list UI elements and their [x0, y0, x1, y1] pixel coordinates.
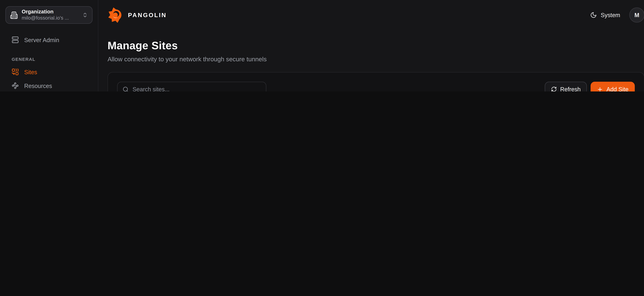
- theme-label: System: [601, 12, 620, 18]
- brand-name: PANGOLIN: [128, 12, 167, 18]
- combine-icon: [12, 68, 19, 76]
- sidebar-item-label: Sites: [24, 68, 37, 75]
- app-window: Organization milo@fossorial.io's ... Ser…: [0, 0, 644, 92]
- brand-logo: PANGOLIN: [108, 7, 167, 23]
- moon-icon: [590, 12, 597, 18]
- section-title-general: GENERAL: [12, 57, 92, 62]
- server-icon: [12, 36, 19, 44]
- organization-value: milo@fossorial.io's ...: [22, 15, 78, 22]
- sites-card: Refresh Add Site Name: [108, 72, 644, 92]
- theme-toggle-button[interactable]: System: [590, 12, 620, 18]
- refresh-icon: [551, 86, 557, 92]
- search-box: [117, 82, 266, 92]
- table-toolbar: Refresh Add Site: [117, 82, 635, 92]
- search-input[interactable]: [132, 86, 261, 92]
- organization-selector[interactable]: Organization milo@fossorial.io's ...: [6, 6, 92, 24]
- chevrons-up-down-icon: [82, 12, 88, 18]
- waypoints-icon: [12, 82, 19, 89]
- building-icon: [10, 11, 18, 19]
- pangolin-logo-icon: [108, 7, 124, 23]
- sidebar-item-server-admin[interactable]: Server Admin: [6, 33, 92, 47]
- avatar[interactable]: M: [629, 8, 644, 22]
- sidebar-item-sites[interactable]: Sites: [6, 65, 92, 79]
- page-content: Manage Sites Allow connectivity to your …: [98, 30, 644, 92]
- refresh-button[interactable]: Refresh: [545, 82, 587, 92]
- sidebar-item-label: Resources: [24, 82, 52, 89]
- sidebar-item-resources[interactable]: Resources: [6, 79, 92, 92]
- page-subtitle: Allow connectivity to your network throu…: [108, 56, 644, 62]
- plus-icon: [597, 86, 603, 92]
- organization-label: Organization: [22, 9, 78, 15]
- topbar: PANGOLIN System M: [98, 0, 644, 30]
- sidebar-item-label: Server Admin: [24, 36, 59, 43]
- search-icon: [122, 86, 129, 92]
- main-area: PANGOLIN System M Manage Sites Allow con…: [98, 0, 644, 92]
- page-title: Manage Sites: [108, 39, 644, 52]
- avatar-initial: M: [634, 12, 639, 18]
- sidebar: Organization milo@fossorial.io's ... Ser…: [0, 0, 98, 92]
- add-site-button[interactable]: Add Site: [591, 82, 635, 92]
